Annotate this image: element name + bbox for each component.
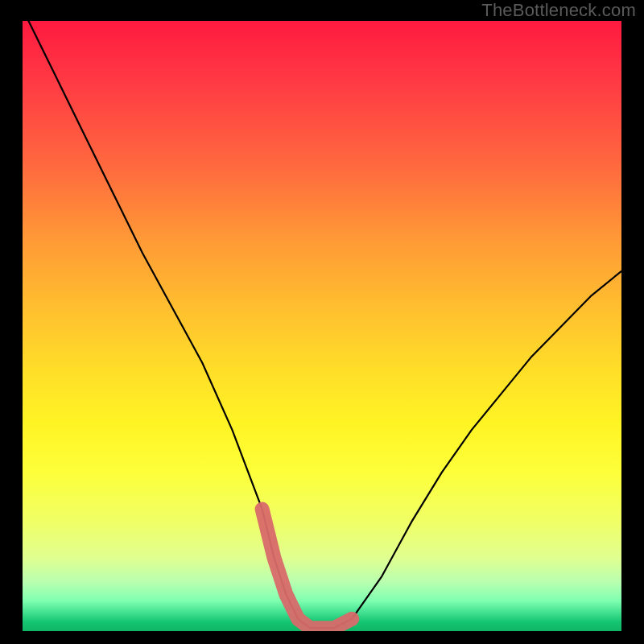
bottleneck-curve bbox=[23, 21, 621, 628]
highlight-band bbox=[262, 509, 353, 628]
chart-frame: TheBottleneck.com bbox=[0, 0, 644, 644]
curve-layer bbox=[23, 21, 621, 631]
watermark-text: TheBottleneck.com bbox=[481, 0, 636, 21]
plot-area bbox=[23, 21, 621, 631]
